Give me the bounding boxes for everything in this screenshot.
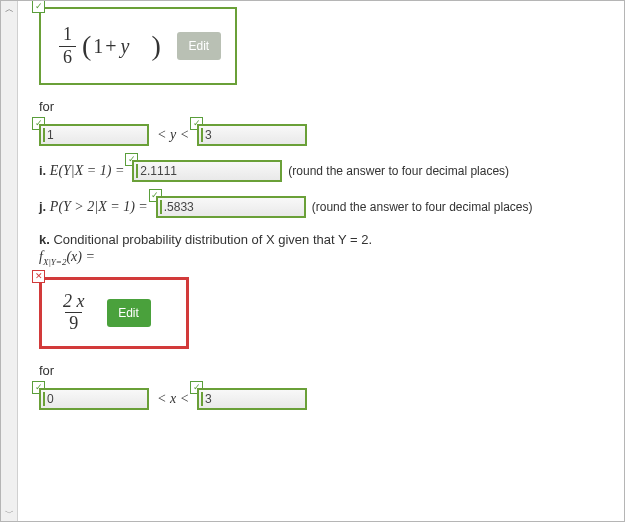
field-marker [136,164,138,178]
expr-y: y [119,35,132,58]
viewport: ︿ ﹀ 1 6 ( 1 + y ) Edit [0,0,625,522]
x-between: < x < [157,391,189,407]
y-between: < y < [157,127,189,143]
bullet-i: i. [39,163,46,178]
expr-plus: + [103,35,118,58]
x-high-value: 3 [205,392,212,406]
y-high-field[interactable]: 3 [197,124,307,146]
edit-button-1[interactable]: Edit [177,32,221,60]
scroll-down-arrow[interactable]: ﹀ [1,505,17,521]
question-k-label: k. Conditional probability distribution … [39,232,372,247]
expr-1: 1 [93,35,103,58]
x-low-wrapper: 0 [39,388,149,410]
q-i-hint: (round the answer to four decimal places… [288,164,509,178]
formula-box-1-wrapper: 1 6 ( 1 + y ) Edit [39,7,237,85]
edit-button-2[interactable]: Edit [107,299,151,327]
for-label-2: for [39,363,614,378]
formula-box-2[interactable]: 2 x 9 Edit [39,277,189,349]
q-k-fn-label: fX|Y=2(x) = [39,249,614,267]
y-low-wrapper: 1 [39,124,149,146]
x-high-wrapper: 3 [197,388,307,410]
field-marker [201,392,203,406]
fraction-1: 1 6 [59,25,76,68]
right-paren: ) [150,32,163,60]
formula-1-expression: 1 6 ( 1 + y ) [55,25,163,68]
fraction-2-num: 2 x [59,292,89,313]
fraction-2-den: 9 [65,312,82,334]
formula-box-2-wrapper: 2 x 9 Edit [39,277,189,349]
formula-box-1[interactable]: 1 6 ( 1 + y ) Edit [39,7,237,85]
question-i-label: i. E(Y|X = 1) = [39,163,124,179]
vertical-scrollbar[interactable]: ︿ ﹀ [1,1,18,521]
field-marker [201,128,203,142]
q-i-value: 2.1111 [140,164,177,178]
fraction-1-num: 1 [59,25,76,46]
question-i-row: i. E(Y|X = 1) = 2.1111 (round the answer… [39,160,614,182]
bullet-j: j. [39,199,46,214]
q-i-field-wrapper: 2.1111 [132,160,282,182]
fraction-2: 2 x 9 [59,292,89,335]
q-j-lhs: P(Y > 2|X = 1) = [50,199,148,214]
x-range-row: 0 < x < 3 [39,388,614,410]
check-icon [32,0,45,13]
q-j-value: .5833 [164,200,194,214]
fraction-1-den: 6 [59,46,76,68]
x-high-field[interactable]: 3 [197,388,307,410]
y-low-value: 1 [47,128,54,142]
question-j-row: j. P(Y > 2|X = 1) = .5833 (round the ans… [39,196,614,218]
x-low-field[interactable]: 0 [39,388,149,410]
q-i-field[interactable]: 2.1111 [132,160,282,182]
left-paren: ( [80,32,93,60]
bullet-k: k. [39,232,50,247]
q-j-hint: (round the answer to four decimal places… [312,200,533,214]
formula-2-expression: 2 x 9 [55,292,93,335]
question-j-label: j. P(Y > 2|X = 1) = [39,199,148,215]
y-high-wrapper: 3 [197,124,307,146]
q-i-inner: (Y|X = 1) = [58,163,124,178]
y-range-row: 1 < y < 3 [39,124,614,146]
content-area: 1 6 ( 1 + y ) Edit for 1 [17,1,624,521]
scroll-up-arrow[interactable]: ︿ [1,1,17,17]
field-marker [43,128,45,142]
y-high-value: 3 [205,128,212,142]
field-marker [43,392,45,406]
y-low-field[interactable]: 1 [39,124,149,146]
cross-icon [32,270,45,283]
question-k-row: k. Conditional probability distribution … [39,232,614,247]
q-k-text: Conditional probability distribution of … [53,232,372,247]
q-j-field-wrapper: .5833 [156,196,306,218]
x-low-value: 0 [47,392,54,406]
field-marker [160,200,162,214]
for-label-1: for [39,99,614,114]
q-j-field[interactable]: .5833 [156,196,306,218]
